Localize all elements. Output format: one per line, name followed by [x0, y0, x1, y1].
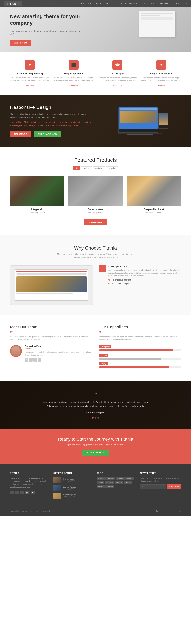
team-member: Catherine Doe Founder Lorem gravida tort…	[10, 345, 92, 362]
newsletter-subscribe-button[interactable]: SUBSCRIBE	[167, 484, 181, 489]
capabilities-divider	[100, 331, 181, 333]
feature-link-2[interactable]: Readmore	[70, 84, 78, 86]
divider-dot-gray	[12, 331, 13, 332]
tag-5[interactable]: Imperdiet	[105, 481, 114, 484]
why-bullet-2: Vestibulum a sagittis	[108, 283, 181, 285]
tag-8[interactable]: Suscipit	[97, 484, 105, 488]
newsletter-email-input[interactable]	[140, 484, 166, 489]
footer-link-blog[interactable]: Blog	[162, 510, 165, 512]
footer-googleplus[interactable]: g+	[26, 490, 30, 494]
screen-line	[120, 109, 157, 110]
social-linkedin[interactable]: in	[34, 358, 37, 362]
capabilities-heading: Our Capabilities	[100, 325, 181, 330]
footer-link-portfolio[interactable]: Portfolio	[153, 510, 159, 512]
footer-facebook[interactable]: f	[10, 490, 14, 494]
footer-linkedin[interactable]: in	[20, 490, 24, 494]
recent-post-title-2[interactable]: Joomla Photoup	[63, 486, 76, 488]
purchase-now-button-2[interactable]: PURCHASE NOW	[82, 450, 110, 456]
filter-tab-vehinita[interactable]: vehinita	[106, 166, 118, 170]
product-title-2: Donec viverra	[68, 208, 122, 211]
nav-portfolio[interactable]: PORTFOLIO	[105, 2, 117, 5]
feature-title-3: 24/7 Support	[98, 72, 137, 75]
recent-post-title-3[interactable]: Pellentesque fusce	[63, 494, 78, 496]
products-grid: Integer elit Marketing Online Donec vive…	[10, 176, 181, 214]
screen-line-2	[141, 18, 173, 19]
tag-7[interactable]: Legatly	[124, 481, 132, 484]
team-description: Maecenas bibendum lacus gravida placerat…	[10, 336, 92, 341]
featured-products-heading: Featured Products	[10, 157, 181, 163]
footer-bottom-links: Home Portfolio Blog About Contact	[146, 510, 181, 512]
bullet-text-2: Vestibulum a sagittis	[112, 283, 130, 285]
hero-cta-button[interactable]: GET IT NOW	[10, 40, 31, 46]
laptop-mockup	[118, 107, 158, 132]
nav-page[interactable]: PAGE	[151, 2, 157, 5]
tags-grid: Finance Canadian Imperdiet Magnum Legatl…	[97, 477, 134, 488]
team-member-name: Catherine Doe	[25, 345, 92, 348]
feature-desc-4: Fusce gravida tortor felis ac dictum nun…	[141, 77, 181, 82]
readmore-button[interactable]: READMORE	[10, 131, 31, 137]
navbar-brand[interactable]: TITANIA	[4, 1, 22, 6]
skill-label-wordpress: Wordpress	[100, 345, 111, 348]
footer-link-contact[interactable]: Contact	[175, 510, 181, 512]
feature-desc-3: Fusce gravida tortor felis ac dictum nun…	[98, 77, 137, 82]
hero-subtext: Hey Everyone! We are Titania and we make…	[10, 30, 86, 36]
footer-newsletter-text: Subscribe to our email list and stay up-…	[140, 477, 181, 483]
feature-desc-1: Fusce gravida tortor felis ac dictum nun…	[10, 77, 50, 82]
why-item-title: Lorem ipsum dolor	[108, 265, 181, 268]
testimonial-author: Cristina - support	[10, 412, 181, 414]
nav-homepage[interactable]: HOME PAGE	[80, 2, 93, 5]
feature-icon-1: ♥	[25, 60, 35, 70]
tag-1[interactable]: Canadian	[106, 477, 114, 480]
footer-twitter[interactable]: t	[15, 490, 19, 494]
footer-youtube[interactable]: ▶	[31, 490, 34, 494]
skill-track-html	[100, 366, 181, 368]
capabilities-divider-dot	[100, 331, 101, 333]
view-more-button[interactable]: VIEW MORE	[84, 220, 107, 225]
feature-icon-4: ✦	[156, 60, 166, 70]
recent-post-2: Joomla Photoup January 2, 2014	[53, 485, 91, 491]
tag-2[interactable]: Imperdiet	[116, 477, 124, 480]
feature-link-1[interactable]: Readmore	[26, 84, 34, 86]
nav-forum[interactable]: FORUM	[141, 2, 148, 5]
testimonial-dot-3[interactable]	[98, 417, 99, 419]
social-googleplus[interactable]: g	[38, 358, 42, 362]
product-card-2: Donec viverra Marketing Online	[68, 176, 122, 214]
social-facebook[interactable]: f	[25, 358, 28, 362]
filter-tab-portfolio[interactable]: portfolio	[93, 166, 105, 170]
hero-heading: New amazing theme for your company	[10, 13, 86, 27]
feature-link-4[interactable]: Readmore	[157, 84, 165, 86]
tag-6[interactable]: Magnum	[115, 481, 123, 484]
tag-4[interactable]: Legatly	[97, 481, 104, 484]
tag-3[interactable]: Magnum	[125, 477, 134, 480]
nav-woocommerce[interactable]: WOOCOMMERCE	[120, 2, 138, 5]
laptop-screen	[119, 107, 158, 130]
nav-blog[interactable]: BLOG	[96, 2, 102, 5]
footer-link-home[interactable]: Home	[146, 510, 150, 512]
filter-tab-all[interactable]: All	[73, 166, 80, 170]
hero-mockup-image	[139, 11, 175, 37]
feature-title-1: Clean and Unique Design	[10, 72, 50, 75]
features-section: ♥ Clean and Unique Design Fusce gravida …	[0, 52, 191, 94]
skill-bar-wordpress: Wordpress	[100, 345, 181, 351]
recent-post-title-1[interactable]: Claritas nemo	[63, 478, 74, 480]
nav-shortcode[interactable]: SHORTCODE	[160, 2, 173, 5]
footer-copyright: Copyright © 2014 TownPlaza. All Rights R…	[10, 510, 50, 512]
testimonial-dot-1[interactable]	[92, 417, 94, 419]
cta-section: Ready to Start the Journey with Titania …	[0, 428, 191, 464]
team-avatar	[10, 345, 22, 357]
tag-9[interactable]: Vivamus	[106, 484, 114, 488]
tag-0[interactable]: Finance	[97, 477, 105, 480]
recent-post-date-2: January 2, 2014	[63, 488, 76, 490]
footer-brand-col: Titania Nam libero tempor cum soluta nob…	[10, 472, 47, 501]
nav-about[interactable]: ABOUT US	[176, 2, 187, 5]
filter-tab-lacinia[interactable]: lacinia	[81, 166, 92, 170]
feature-link-3[interactable]: Readmore	[113, 84, 122, 86]
product-card-3: Suspendis pharet Marketing Online	[127, 176, 181, 214]
testimonial-dot-2[interactable]	[95, 417, 96, 419]
footer-link-about[interactable]: About	[168, 510, 172, 512]
why-bullet-1: Pellentesque habitant	[108, 279, 181, 281]
purchase-now-button-1[interactable]: PURCHASE NOW	[34, 131, 61, 137]
responsive-section: Responsive Design Maecenas bibendum lacu…	[0, 94, 191, 147]
social-twitter[interactable]: t	[29, 358, 33, 362]
hero-screen	[140, 11, 175, 37]
